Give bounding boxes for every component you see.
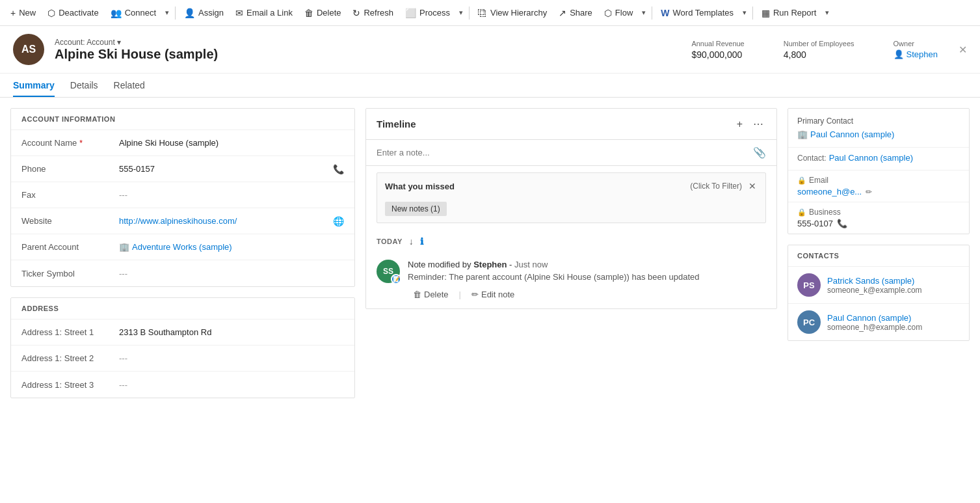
contact-info-1: Paul Cannon (sample) someone_h@example.c…	[827, 313, 960, 332]
assign-button[interactable]: 👤 Assign	[179, 5, 229, 21]
delete-note-icon: 🗑	[413, 290, 421, 299]
connect-button[interactable]: 👥 Connect	[105, 5, 161, 21]
connect-chevron[interactable]: ▾	[163, 6, 172, 20]
note-input-area: 📎	[366, 140, 776, 166]
tab-details[interactable]: Details	[70, 74, 98, 97]
fax-value[interactable]: ---	[119, 190, 344, 200]
share-button[interactable]: ↗ Share	[553, 5, 598, 21]
email-link-button[interactable]: ✉ Email a Link	[230, 5, 298, 21]
email-detail-label: 🔒 Email	[797, 176, 960, 185]
timeline-card: Timeline + ⋯ 📎 What you missed (Click To…	[365, 108, 777, 309]
contact-detail-label: Contact: Paul Cannon (sample)	[797, 153, 960, 163]
breadcrumb[interactable]: Account: Account ▾	[55, 38, 681, 47]
word-templates-icon: W	[661, 8, 669, 18]
street1-label: Address 1: Street 1	[21, 327, 119, 337]
delete-button[interactable]: 🗑 Delete	[299, 5, 347, 21]
website-value[interactable]: http://www.alpineskihouse.com/	[119, 216, 333, 226]
refresh-button[interactable]: ↻ Refresh	[347, 5, 399, 21]
process-icon: ⬜	[405, 8, 416, 18]
address-header: ADDRESS	[11, 298, 354, 319]
phone-label: Phone	[21, 164, 119, 174]
close-button[interactable]: ✕	[959, 44, 967, 56]
missed-close-button[interactable]: ✕	[747, 180, 758, 193]
street2-value[interactable]: ---	[119, 353, 344, 363]
contact-list-item-1: PC Paul Cannon (sample) someone_h@exampl…	[788, 304, 969, 340]
timeline-today-label: TODAY ↓ ℹ	[366, 230, 776, 253]
header-name-section: Account: Account ▾ Alpine Ski House (sam…	[55, 38, 681, 62]
timeline-add-button[interactable]: +	[734, 116, 745, 133]
new-button[interactable]: + New	[5, 5, 41, 21]
globe-icon[interactable]: 🌐	[333, 216, 344, 226]
parent-account-label: Parent Account	[21, 242, 119, 252]
contact-name-1[interactable]: Paul Cannon (sample)	[827, 313, 960, 323]
run-report-button[interactable]: ▦ Run Report	[756, 5, 821, 21]
contact-email-0: someone_k@example.com	[827, 286, 960, 295]
process-label: Process	[419, 8, 450, 18]
separator-1	[175, 7, 176, 20]
timeline-header: Timeline + ⋯	[366, 109, 776, 140]
timeline-more-button[interactable]: ⋯	[750, 115, 766, 133]
primary-contact-link[interactable]: 🏢 Paul Cannon (sample)	[797, 129, 960, 139]
edit-note-icon: ✏	[471, 290, 479, 299]
view-hierarchy-icon: ⿻	[478, 8, 487, 18]
tab-summary[interactable]: Summary	[13, 74, 55, 97]
deactivate-button[interactable]: ⬡ Deactivate	[42, 5, 103, 21]
note-input[interactable]	[377, 148, 753, 157]
owner-person-icon: 👤	[894, 49, 904, 59]
sort-descending-button[interactable]: ↓	[408, 235, 415, 248]
annual-revenue-label: Annual Revenue	[691, 40, 744, 48]
info-icon[interactable]: ℹ	[420, 236, 424, 247]
view-hierarchy-button[interactable]: ⿻ View Hierarchy	[473, 5, 552, 21]
ticker-value[interactable]: ---	[119, 269, 344, 279]
parent-account-value[interactable]: 🏢 Adventure Works (sample)	[119, 242, 344, 252]
edit-note-button[interactable]: ✏ Edit note	[466, 287, 520, 302]
phone-icon[interactable]: 📞	[333, 164, 344, 174]
missed-filter[interactable]: (Click To Filter)	[690, 182, 742, 191]
run-report-icon: ▦	[761, 8, 770, 18]
primary-contact-card: Primary Contact 🏢 Paul Cannon (sample) C…	[788, 108, 970, 234]
refresh-label: Refresh	[364, 8, 393, 18]
owner-value[interactable]: 👤 Stephen	[894, 49, 938, 59]
street3-value[interactable]: ---	[119, 380, 344, 390]
flow-chevron[interactable]: ▾	[639, 6, 648, 20]
field-row-street2: Address 1: Street 2 ---	[11, 346, 354, 372]
connect-label: Connect	[125, 8, 156, 18]
business-detail-row: 🔒 Business 555-0107 📞	[788, 202, 969, 234]
flow-button[interactable]: ⬡ Flow	[599, 5, 638, 21]
contact-link-value[interactable]: Paul Cannon (sample)	[829, 153, 913, 163]
attach-icon[interactable]: 📎	[753, 146, 766, 159]
street2-label: Address 1: Street 2	[21, 353, 119, 363]
contact-name-0[interactable]: Patrick Sands (sample)	[827, 276, 960, 286]
entry-title: Note modified by Stephen - Just now	[408, 260, 766, 269]
ticker-label: Ticker Symbol	[21, 269, 119, 279]
middle-panel: Timeline + ⋯ 📎 What you missed (Click To…	[365, 108, 777, 502]
email-detail-value[interactable]: someone_h@e... ✏	[797, 187, 960, 197]
separator-4	[752, 7, 753, 20]
word-templates-chevron[interactable]: ▾	[740, 6, 749, 20]
owner-name: Stephen	[907, 49, 938, 59]
run-report-chevron[interactable]: ▾	[823, 6, 832, 20]
field-row-website: Website http://www.alpineskihouse.com/ 🌐	[11, 208, 354, 234]
delete-label: Delete	[317, 8, 341, 18]
contact-avatar-1: PC	[797, 310, 821, 334]
tab-related[interactable]: Related	[114, 74, 145, 97]
phone-value[interactable]: 555-0157	[119, 164, 333, 174]
email-edit-icon[interactable]: ✏	[866, 187, 872, 197]
field-row-parent-account: Parent Account 🏢 Adventure Works (sample…	[11, 234, 354, 260]
flow-icon: ⬡	[604, 8, 612, 18]
account-name-value[interactable]: Alpine Ski House (sample)	[119, 138, 344, 148]
process-chevron[interactable]: ▾	[457, 6, 466, 20]
street1-value[interactable]: 2313 B Southampton Rd	[119, 327, 344, 337]
view-hierarchy-label: View Hierarchy	[490, 8, 547, 18]
record-header: AS Account: Account ▾ Alpine Ski House (…	[0, 26, 980, 74]
phone-call-icon[interactable]: 📞	[837, 219, 847, 228]
business-detail-label: 🔒 Business	[797, 208, 960, 217]
share-label: Share	[570, 8, 592, 18]
employees-value: 4,800	[784, 49, 854, 60]
process-button[interactable]: ⬜ Process	[400, 5, 455, 21]
address-card: ADDRESS Address 1: Street 1 2313 B South…	[10, 297, 355, 398]
delete-note-button[interactable]: 🗑 Delete	[408, 287, 454, 302]
missed-badge-new-notes[interactable]: New notes (1)	[385, 202, 447, 216]
word-templates-button[interactable]: W Word Templates	[656, 5, 739, 21]
account-info-header: ACCOUNT INFORMATION	[11, 109, 354, 130]
